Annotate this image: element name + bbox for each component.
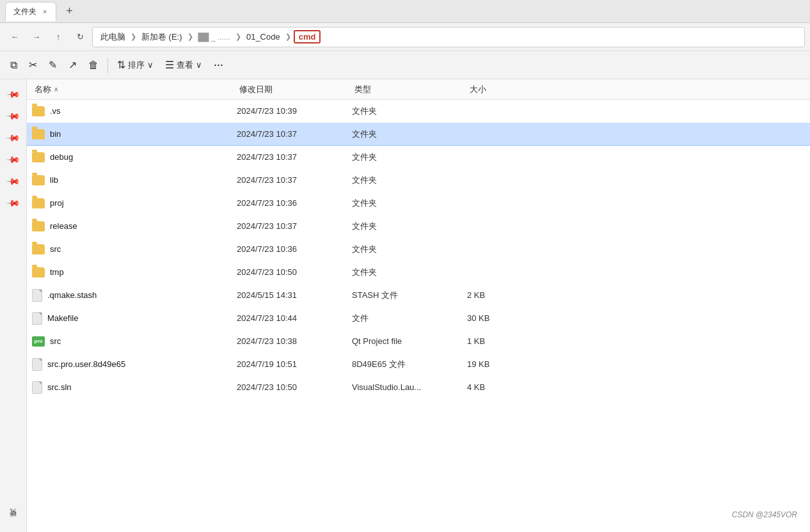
table-row[interactable]: Makefile 2024/7/23 10:44 文件 30 KB [27, 307, 810, 330]
file-size: 30 KB [467, 313, 544, 323]
sort-button[interactable]: ⇅ 排序 ∨ [112, 55, 159, 75]
file-name: release [50, 221, 77, 231]
view-chevron-icon: ∨ [196, 60, 202, 70]
file-list-container[interactable]: 名称 ∧ 修改日期 类型 大小 .vs 2024/7/23 10:39 文件夹 … [27, 79, 810, 532]
new-tab-button[interactable]: + [60, 3, 78, 20]
back-button[interactable]: ← [5, 27, 24, 47]
column-header-row: 名称 ∧ 修改日期 类型 大小 [27, 79, 810, 100]
sort-name-arrow: ∧ [54, 86, 58, 93]
tab-label: 文件夹 [13, 6, 36, 17]
forward-button[interactable]: → [27, 27, 46, 47]
file-type: 文件 [352, 313, 467, 324]
file-type: 文件夹 [352, 244, 467, 255]
delete-button[interactable]: 🗑 [83, 55, 104, 75]
breadcrumb-item-drive[interactable]: 新加卷 (E:) [139, 30, 185, 44]
table-row[interactable]: pro src 2024/7/23 10:38 Qt Project file … [27, 330, 810, 353]
view-label: 查看 [177, 59, 193, 71]
view-button[interactable]: ☰ 查看 ∨ [160, 55, 207, 75]
cut-button[interactable]: ✂ [24, 55, 42, 75]
view-icon: ☰ [165, 59, 174, 71]
refresh-button[interactable]: ↻ [70, 27, 90, 47]
table-row[interactable]: lib 2024/7/23 10:37 文件夹 [27, 169, 810, 192]
file-name: src [50, 336, 61, 346]
table-row[interactable]: tmp 2024/7/23 10:50 文件夹 [27, 261, 810, 284]
file-name-cell: lib [32, 175, 237, 185]
active-tab[interactable]: 文件夹 × [5, 2, 56, 21]
file-icon [32, 358, 42, 371]
address-bar: ← → ↑ ↻ 此电脑 ❯ 新加卷 (E:) ❯ ██ _ ...... ❯ 0… [0, 23, 810, 51]
sort-label: 排序 [128, 59, 145, 71]
file-type: Qt Project file [352, 336, 467, 346]
watermark: CSDN @2345VOR [732, 510, 797, 519]
file-name-cell: .qmake.stash [32, 289, 237, 302]
file-type: 文件夹 [352, 198, 467, 209]
table-row[interactable]: .qmake.stash 2024/5/15 14:31 STASH 文件 2 … [27, 284, 810, 307]
file-name: bin [50, 129, 61, 139]
tab-close-button[interactable]: × [42, 6, 48, 17]
breadcrumb[interactable]: 此电脑 ❯ 新加卷 (E:) ❯ ██ _ ...... ❯ 01_Code ❯… [92, 27, 805, 47]
file-name-cell: bin [32, 129, 237, 139]
tab-bar: 文件夹 × + [0, 0, 810, 23]
sort-chevron-icon: ∨ [147, 60, 154, 70]
file-name: debug [50, 152, 73, 162]
col-header-name[interactable]: 名称 ∧ [32, 84, 237, 95]
file-name: lib [50, 175, 58, 185]
table-row[interactable]: .vs 2024/7/23 10:39 文件夹 [27, 100, 810, 123]
file-name-cell: pro src [32, 336, 237, 347]
file-name-cell: debug [32, 152, 237, 162]
folder-icon [32, 221, 45, 231]
table-row[interactable]: debug 2024/7/23 10:37 文件夹 [27, 146, 810, 169]
breadcrumb-item-this-pc[interactable]: 此电脑 [98, 30, 128, 44]
file-type: 文件夹 [352, 152, 467, 163]
copy-button[interactable]: ⧉ [5, 55, 22, 75]
file-name: .vs [50, 106, 61, 116]
file-modified: 2024/7/23 10:38 [237, 336, 352, 346]
table-row[interactable]: release 2024/7/23 10:37 文件夹 [27, 215, 810, 238]
file-modified: 2024/7/23 10:44 [237, 313, 352, 323]
file-modified: 2024/7/23 10:50 [237, 267, 352, 277]
file-name: .qmake.stash [47, 290, 97, 300]
breadcrumb-item-code[interactable]: 01_Code [244, 31, 283, 43]
file-name-cell: src [32, 244, 237, 254]
col-header-modified[interactable]: 修改日期 [237, 84, 352, 95]
file-name-cell: Makefile [32, 312, 237, 325]
col-header-type[interactable]: 类型 [352, 84, 467, 95]
file-modified: 2024/7/23 10:50 [237, 382, 352, 392]
file-type: STASH 文件 [352, 290, 467, 301]
pro-icon: pro [32, 336, 45, 347]
table-row[interactable]: src.pro.user.8d49e65 2024/7/19 10:51 8D4… [27, 353, 810, 376]
folder-icon [32, 152, 45, 162]
file-modified: 2024/7/19 10:51 [237, 359, 352, 369]
file-name: src.sln [47, 382, 72, 392]
pin-6[interactable]: 📌 [0, 189, 27, 216]
table-row[interactable]: bin 2024/7/23 10:37 文件夹 [27, 123, 810, 146]
file-size: 19 KB [467, 359, 544, 369]
share-button[interactable]: ↗ [63, 55, 82, 75]
share-icon: ↗ [68, 59, 77, 71]
table-row[interactable]: src 2024/7/23 10:36 文件夹 [27, 238, 810, 261]
file-modified: 2024/7/23 10:37 [237, 221, 352, 231]
more-options-button[interactable]: ··· [209, 56, 228, 74]
file-icon [32, 312, 42, 325]
sort-icon: ⇅ [117, 59, 125, 71]
rename-button[interactable]: ✎ [44, 55, 62, 75]
breadcrumb-item-blurred[interactable]: ██ _ ...... [196, 31, 233, 43]
file-name: tmp [50, 267, 64, 277]
file-size: 2 KB [467, 290, 544, 300]
file-modified: 2024/7/23 10:37 [237, 129, 352, 139]
breadcrumb-item-cmd[interactable]: cmd [294, 30, 321, 43]
file-name: src [50, 244, 61, 254]
col-header-size[interactable]: 大小 [467, 84, 544, 95]
folder-icon [32, 175, 45, 185]
file-name: src.pro.user.8d49e65 [47, 359, 125, 369]
table-row[interactable]: proj 2024/7/23 10:36 文件夹 [27, 192, 810, 215]
folder-icon [32, 267, 45, 278]
file-rows: .vs 2024/7/23 10:39 文件夹 bin 2024/7/23 10… [27, 100, 810, 399]
folder-icon [32, 106, 45, 116]
up-button[interactable]: ↑ [49, 27, 68, 47]
file-icon [32, 381, 42, 394]
file-type: 文件夹 [352, 267, 467, 278]
file-modified: 2024/5/15 14:31 [237, 290, 352, 300]
table-row[interactable]: src.sln 2024/7/23 10:50 VisualStudio.Lau… [27, 376, 810, 399]
file-modified: 2024/7/23 10:36 [237, 198, 352, 208]
